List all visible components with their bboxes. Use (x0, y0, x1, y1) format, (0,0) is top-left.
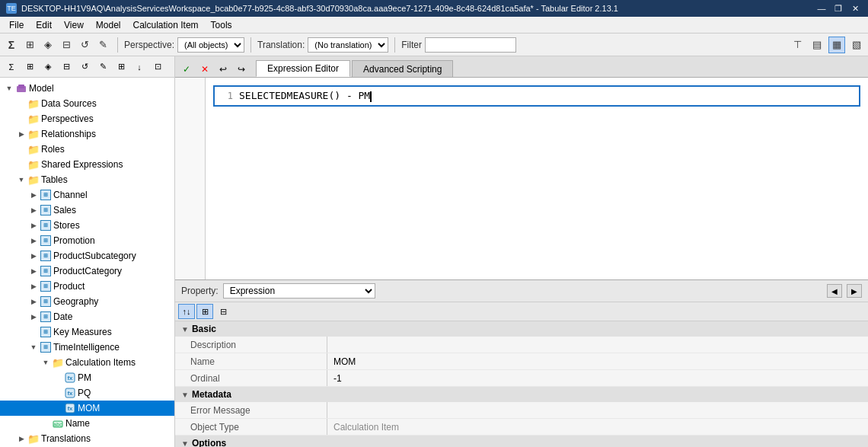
minimize-button[interactable]: — (815, 2, 828, 14)
filter-icon-button[interactable]: ⊤ (789, 37, 806, 53)
database-button[interactable]: ⊟ (58, 37, 75, 53)
toggle-stores[interactable]: ▶ (27, 219, 40, 231)
refresh-button[interactable]: ↺ (76, 37, 93, 53)
toggle-mom[interactable] (52, 402, 64, 414)
tree-node-promotion[interactable]: ▶ ⊞ Promotion (0, 233, 174, 248)
lt-btn6[interactable]: ✎ (94, 59, 111, 75)
toggle-data-sources[interactable] (15, 97, 27, 110)
grid-button[interactable]: ⊞ (21, 37, 38, 53)
tree-node-productcategory[interactable]: ▶ ⊞ ProductCategory (0, 263, 174, 279)
tree-node-tables[interactable]: ▼ 📁 Tables (0, 172, 174, 187)
prop-sort-btn[interactable]: ↑↓ (178, 304, 195, 319)
tree-node-model[interactable]: ▼ Model (0, 81, 174, 96)
tree-node-translations[interactable]: ▶ 📁 Translations (0, 431, 174, 446)
view-btn1[interactable]: ▤ (809, 37, 825, 53)
toggle-shared-expressions[interactable] (15, 158, 27, 171)
menu-calculation-item[interactable]: Calculation Item (127, 17, 205, 33)
diagram-button[interactable]: ◈ (40, 37, 56, 53)
lt-btn8[interactable]: ↓ (131, 59, 148, 75)
toggle-relationships[interactable]: ▶ (15, 128, 27, 140)
section-options-toggle[interactable]: ▼ (181, 439, 189, 448)
prop-btn3[interactable]: ⊟ (215, 304, 231, 319)
translation-select[interactable]: (No translation) (308, 37, 388, 53)
tree-node-stores[interactable]: ▶ ⊞ Stores (0, 218, 174, 233)
lt-btn9[interactable]: ⊡ (149, 59, 166, 75)
toggle-tables[interactable]: ▼ (15, 174, 27, 186)
prop-value-object-type[interactable]: Calculation Item (327, 422, 868, 433)
view-btn3[interactable]: ▧ (848, 37, 865, 53)
toggle-geography[interactable]: ▶ (27, 295, 40, 308)
toggle-name[interactable] (40, 417, 52, 429)
section-metadata-toggle[interactable]: ▼ (181, 391, 189, 399)
expr-btn-check[interactable]: ✓ (178, 62, 195, 77)
prop-value-ordinal[interactable]: -1 (327, 373, 868, 384)
lt-btn2[interactable]: ⊞ (21, 59, 38, 75)
expr-btn-cancel[interactable]: ✕ (196, 62, 213, 77)
tree-node-mom[interactable]: fx MOM (0, 401, 174, 416)
tree-node-pq[interactable]: fx PQ (0, 385, 174, 401)
section-basic[interactable]: ▼ Basic (175, 321, 868, 337)
toggle-productsubcategory[interactable]: ▶ (27, 250, 40, 262)
toggle-perspectives[interactable] (15, 113, 27, 125)
tree-node-relationships[interactable]: ▶ 📁 Relationships (0, 126, 174, 142)
perspective-select[interactable]: (All objects) (177, 37, 244, 53)
section-basic-toggle[interactable]: ▼ (181, 325, 189, 334)
tab-expression-editor[interactable]: Expression Editor (256, 60, 350, 77)
toggle-roles[interactable] (15, 143, 27, 155)
tree-node-geography[interactable]: ▶ ⊞ Geography (0, 294, 174, 309)
expr-btn-redo[interactable]: ↪ (233, 62, 250, 77)
lt-btn4[interactable]: ⊟ (58, 59, 75, 75)
menu-file[interactable]: File (3, 17, 30, 33)
tree-node-sales[interactable]: ▶ ⊞ Sales (0, 203, 174, 218)
prop-value-name[interactable]: MOM (327, 356, 868, 367)
view-btn2[interactable]: ▦ (828, 37, 845, 53)
section-metadata[interactable]: ▼ Metadata (175, 387, 868, 402)
tree-node-productsubcategory[interactable]: ▶ ⊞ ProductSubcategory (0, 248, 174, 263)
tree-node-perspectives[interactable]: 📁 Perspectives (0, 111, 174, 126)
expression-editor-container[interactable]: 1 SELECTEDMEASURE() - PM (206, 78, 868, 279)
toggle-sales[interactable]: ▶ (27, 204, 40, 216)
tree-node-product[interactable]: ▶ ⊞ Product (0, 279, 174, 294)
toggle-promotion[interactable]: ▶ (27, 235, 40, 247)
lt-btn7[interactable]: ⊞ (113, 59, 129, 75)
toggle-pq[interactable] (52, 387, 64, 399)
menu-tools[interactable]: Tools (205, 17, 238, 33)
toggle-model[interactable]: ▼ (3, 82, 15, 94)
prop-nav-fwd[interactable]: ▶ (847, 284, 862, 298)
tree-node-data-sources[interactable]: 📁 Data Sources (0, 96, 174, 111)
toggle-productcategory[interactable]: ▶ (27, 265, 40, 277)
lt-btn3[interactable]: ◈ (40, 59, 56, 75)
toggle-product[interactable]: ▶ (27, 280, 40, 292)
menu-model[interactable]: Model (90, 17, 127, 33)
menu-view[interactable]: View (58, 17, 90, 33)
expr-btn-undo[interactable]: ↩ (215, 62, 231, 77)
prop-group-btn[interactable]: ⊞ (196, 304, 213, 319)
lt-btn5[interactable]: ↺ (76, 59, 93, 75)
tree-node-pm[interactable]: fx PM (0, 370, 174, 385)
tab-advanced-scripting[interactable]: Advanced Scripting (352, 60, 453, 77)
tree-node-calc-items[interactable]: ▼ 📁 Calculation Items (0, 355, 174, 370)
toggle-date[interactable]: ▶ (27, 311, 40, 323)
tree-node-roles[interactable]: 📁 Roles (0, 142, 174, 157)
code-editor[interactable]: 1 SELECTEDMEASURE() - PM (213, 85, 860, 107)
tree-node-date[interactable]: ▶ ⊞ Date (0, 309, 174, 324)
sigma-button[interactable]: Σ (3, 37, 20, 53)
toggle-channel[interactable]: ▶ (27, 189, 40, 201)
toggle-calc-items[interactable]: ▼ (40, 356, 52, 369)
prop-nav-back[interactable]: ◀ (827, 284, 842, 298)
tree-node-shared-expressions[interactable]: 📁 Shared Expressions (0, 157, 174, 172)
toggle-translations[interactable]: ▶ (15, 433, 27, 445)
toggle-key-measures[interactable] (27, 326, 40, 338)
filter-input[interactable] (425, 37, 516, 53)
tree-node-timeintelligence[interactable]: ▼ ⊞ TimeIntelligence (0, 340, 174, 355)
property-select[interactable]: Expression (223, 283, 375, 299)
toggle-timeintelligence[interactable]: ▼ (27, 341, 40, 353)
pencil-button[interactable]: ✎ (94, 37, 111, 53)
toggle-pm[interactable] (52, 372, 64, 384)
section-options[interactable]: ▼ Options (175, 436, 868, 447)
tree-node-name[interactable]: abc Name (0, 416, 174, 431)
maximize-button[interactable]: ❐ (831, 2, 845, 14)
lt-btn1[interactable]: Σ (3, 59, 20, 75)
tree-node-key-measures[interactable]: ⊞ Key Measures (0, 324, 174, 340)
menu-edit[interactable]: Edit (30, 17, 58, 33)
